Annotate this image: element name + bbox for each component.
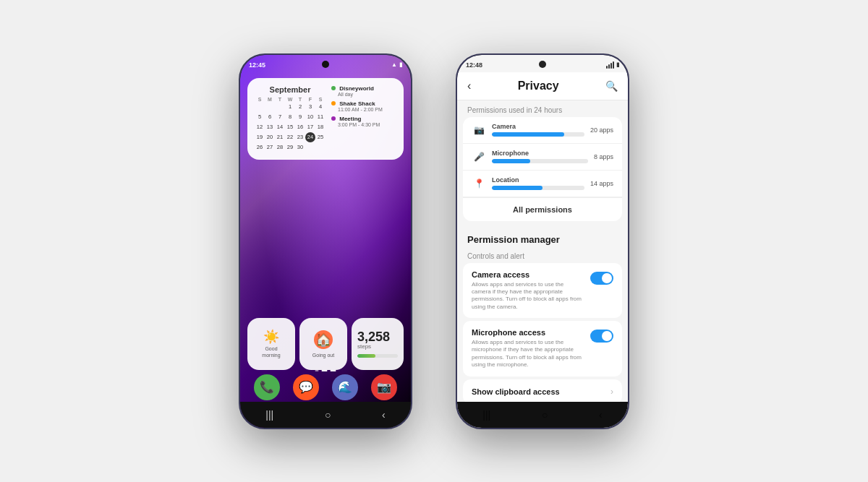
cal-day-15[interactable]: 15 bbox=[285, 122, 295, 132]
cal-day-16[interactable]: 16 bbox=[295, 122, 305, 132]
cal-day-8[interactable]: 8 bbox=[285, 112, 295, 122]
event-disneyworld[interactable]: Disneyworld All day bbox=[331, 85, 396, 97]
clipboard-label: Show clipboard access bbox=[472, 387, 560, 396]
camera-access-setting[interactable]: Camera access Allows apps and services t… bbox=[463, 263, 622, 319]
cal-day-13[interactable]: 13 bbox=[265, 122, 275, 132]
mic-access-desc: Allows apps and services to use the micr… bbox=[472, 339, 584, 369]
microphone-access-setting[interactable]: Microphone access Allows apps and servic… bbox=[463, 321, 622, 376]
cal-day-11[interactable]: 11 bbox=[315, 112, 326, 122]
location-bar bbox=[492, 186, 584, 190]
mic-access-toggle[interactable] bbox=[590, 330, 613, 343]
cal-day-3[interactable]: 3 bbox=[305, 102, 315, 112]
steps-unit: steps bbox=[357, 343, 398, 350]
event-time-3: 3:00 PM - 4:30 PM bbox=[331, 122, 396, 127]
phone1-screen: 12:45 ▲ ▮ September S M T W T F S bbox=[240, 55, 411, 428]
widgets-row: ☀️ Goodmorning 🏠 Going out 3,258 steps bbox=[247, 318, 404, 370]
wifi-icon-1: ▲ bbox=[391, 61, 397, 68]
cal-day-14[interactable]: 14 bbox=[275, 122, 285, 132]
cal-day-12[interactable]: 12 bbox=[255, 122, 265, 132]
calendar-events: Disneyworld All day Shake Shack 11:00 AM… bbox=[331, 85, 396, 152]
camera-access-desc: Allows apps and services to use the came… bbox=[472, 281, 584, 311]
cal-day-25[interactable]: 25 bbox=[315, 132, 326, 142]
nav-back-2[interactable]: ||| bbox=[482, 409, 490, 421]
app3-icon[interactable]: 🌊 bbox=[332, 374, 358, 400]
microphone-permission-row[interactable]: 🎤 Microphone 8 apps bbox=[463, 144, 622, 171]
cal-day-24-today[interactable]: 24 bbox=[305, 132, 315, 142]
nav-bar-1: ||| ○ ‹ bbox=[240, 402, 411, 428]
clipboard-access-item[interactable]: Show clipboard access › bbox=[463, 379, 622, 402]
permissions-section-label: Permissions used in 24 hours bbox=[457, 100, 628, 117]
cal-day-4[interactable]: 4 bbox=[315, 102, 326, 112]
cal-day-18[interactable]: 18 bbox=[315, 122, 326, 132]
mic-bar-fill bbox=[492, 159, 530, 163]
search-icon[interactable]: 🔍 bbox=[605, 80, 618, 92]
cal-day-2[interactable]: 2 bbox=[295, 102, 305, 112]
camera-perm-info: Camera bbox=[492, 123, 584, 137]
cal-day-10[interactable]: 10 bbox=[305, 112, 315, 122]
camera-access-label: Camera access bbox=[472, 270, 584, 279]
camera-permission-row[interactable]: 📷 Camera 20 apps bbox=[463, 117, 622, 144]
cal-day-19[interactable]: 19 bbox=[255, 132, 265, 142]
phone-app-icon[interactable]: 📞 bbox=[254, 374, 280, 400]
cal-day-5[interactable]: 5 bbox=[255, 112, 265, 122]
privacy-header: ‹ Privacy 🔍 bbox=[457, 72, 628, 100]
camera-perm-name: Camera bbox=[492, 123, 584, 130]
camera-setting-text: Camera access Allows apps and services t… bbox=[472, 270, 584, 311]
messages-app-icon[interactable]: 💬 bbox=[293, 374, 319, 400]
sun-icon: ☀️ bbox=[263, 329, 279, 345]
cal-day-20[interactable]: 20 bbox=[265, 132, 275, 142]
cal-day-28[interactable]: 28 bbox=[275, 142, 285, 152]
status-time-2: 12:48 bbox=[466, 61, 482, 69]
event-shakeshack[interactable]: Shake Shack 11:00 AM - 2:00 PM bbox=[331, 100, 396, 112]
cal-day-27[interactable]: 27 bbox=[265, 142, 275, 152]
cal-day-1[interactable]: 1 bbox=[285, 102, 295, 112]
event-dot-3 bbox=[331, 116, 336, 121]
cal-day-26[interactable]: 26 bbox=[255, 142, 265, 152]
nav-recent-1[interactable]: ‹ bbox=[382, 409, 386, 421]
steps-progress-bar bbox=[357, 354, 398, 358]
back-button[interactable]: ‹ bbox=[467, 79, 471, 92]
weather-widget[interactable]: ☀️ Goodmorning bbox=[247, 318, 295, 370]
nav-home-1[interactable]: ○ bbox=[325, 409, 331, 421]
nav-home-2[interactable]: ○ bbox=[542, 409, 548, 421]
permission-manager-title: Permission manager bbox=[457, 227, 628, 249]
nav-back-1[interactable]: ||| bbox=[265, 409, 273, 421]
front-camera-2 bbox=[539, 61, 546, 68]
cal-day-9[interactable]: 9 bbox=[295, 112, 305, 122]
all-permissions-button[interactable]: All permissions bbox=[463, 197, 622, 221]
event-title-1: Disneyworld bbox=[339, 85, 374, 92]
home-icon: 🏠 bbox=[314, 330, 333, 349]
event-meeting[interactable]: Meeting 3:00 PM - 4:30 PM bbox=[331, 116, 396, 127]
cal-day-23[interactable]: 23 bbox=[295, 132, 305, 142]
event-time-1: All day bbox=[331, 92, 396, 97]
cal-day-21[interactable]: 21 bbox=[275, 132, 285, 142]
camera-access-toggle[interactable] bbox=[590, 272, 613, 285]
mic-perm-count: 8 apps bbox=[594, 153, 613, 160]
camera-app-icon[interactable]: 📷 bbox=[371, 374, 397, 400]
phone2: 12:48 ▮ ‹ Privacy 🔍 Permissi bbox=[456, 53, 629, 429]
chevron-right-icon: › bbox=[610, 387, 613, 397]
location-bar-fill bbox=[492, 186, 542, 190]
battery-icon-2: ▮ bbox=[616, 61, 619, 68]
cal-day-17[interactable]: 17 bbox=[305, 122, 315, 132]
nav-bar-2: ||| ○ ‹ bbox=[457, 402, 628, 428]
location-perm-name: Location bbox=[492, 176, 584, 184]
calendar-widget[interactable]: September S M T W T F S 1 2 3 bbox=[247, 78, 404, 160]
privacy-title: Privacy bbox=[518, 79, 559, 92]
cal-day-7[interactable]: 7 bbox=[275, 112, 285, 122]
cal-day-empty-2 bbox=[265, 102, 275, 112]
mic-perm-info: Microphone bbox=[492, 150, 588, 163]
phone2-screen: 12:48 ▮ ‹ Privacy 🔍 Permissi bbox=[457, 55, 628, 428]
calendar-left: September S M T W T F S 1 2 3 bbox=[255, 85, 326, 152]
event-dot-2 bbox=[331, 101, 336, 106]
cal-day-30[interactable]: 30 bbox=[295, 142, 305, 152]
steps-count: 3,258 bbox=[357, 330, 398, 343]
smart-home-widget[interactable]: 🏠 Going out bbox=[299, 318, 347, 370]
cal-day-6[interactable]: 6 bbox=[265, 112, 275, 122]
steps-widget[interactable]: 3,258 steps bbox=[352, 318, 404, 370]
nav-recent-2[interactable]: ‹ bbox=[599, 409, 603, 421]
location-permission-row[interactable]: 📍 Location 14 apps bbox=[463, 171, 622, 197]
cal-day-22[interactable]: 22 bbox=[285, 132, 295, 142]
cal-day-29[interactable]: 29 bbox=[285, 142, 295, 152]
page-dot-1 bbox=[315, 370, 319, 371]
